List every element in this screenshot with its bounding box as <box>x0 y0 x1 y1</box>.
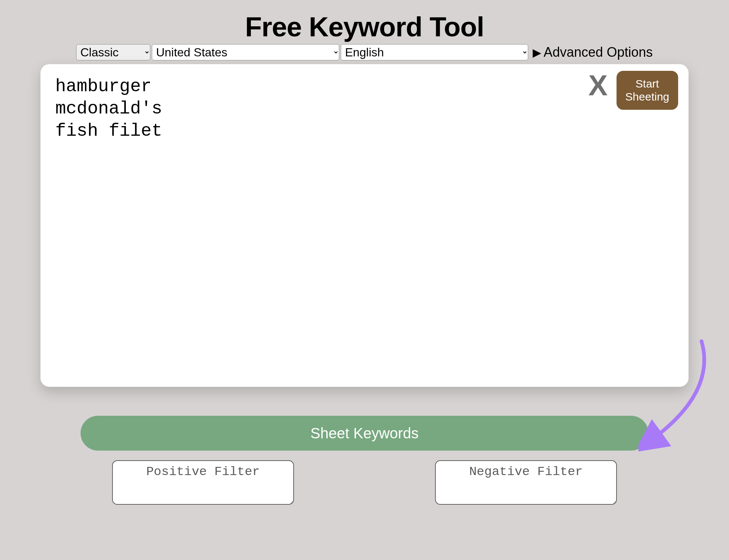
advanced-options-label: Advanced Options <box>543 45 653 60</box>
start-sheeting-button[interactable]: Start Sheeting <box>617 71 678 110</box>
keywords-card: hamburger mcdonald's fish filet X Start … <box>40 64 689 387</box>
triangle-right-icon: ▶ <box>533 46 541 59</box>
options-toolbar: Classic United States English ▶ Advanced… <box>76 44 653 60</box>
advanced-options-toggle[interactable]: ▶ Advanced Options <box>533 45 653 60</box>
positive-filter-input[interactable] <box>112 460 294 505</box>
language-select[interactable]: English <box>341 44 528 60</box>
country-select[interactable]: United States <box>152 44 339 60</box>
clear-button[interactable]: X <box>588 71 608 100</box>
keywords-input[interactable]: hamburger mcdonald's fish filet <box>55 75 674 142</box>
mode-select[interactable]: Classic <box>76 44 150 60</box>
page-title: Free Keyword Tool <box>245 11 484 43</box>
filters-row <box>112 460 617 505</box>
sheet-keywords-button[interactable]: Sheet Keywords <box>81 416 648 451</box>
negative-filter-input[interactable] <box>435 460 617 505</box>
